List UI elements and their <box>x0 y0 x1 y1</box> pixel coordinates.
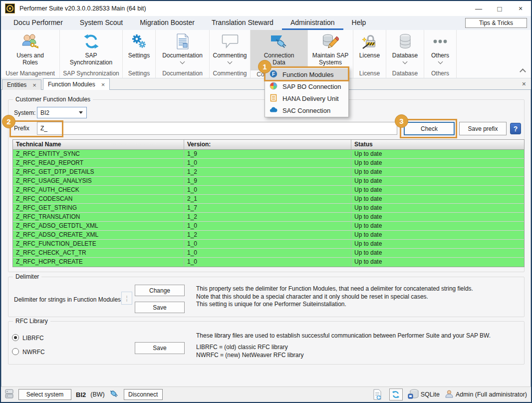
table-row[interactable]: Z_RFC_HCPR_CREATE 1_0 Up to date <box>13 258 524 267</box>
save-prefix-button[interactable]: Save prefix <box>459 122 507 135</box>
table-row[interactable]: Z_RFC_CODESCAN 2_1 Up to date <box>13 195 524 204</box>
refresh-icon[interactable] <box>389 389 403 401</box>
table-row[interactable]: Z_RFC_CHECK_ACT_TR 1_0 Up to date <box>13 249 524 258</box>
ribbon-group-database: Database Database <box>386 30 424 78</box>
sap-synchronization-button[interactable]: SAP Synchronization <box>60 30 122 68</box>
menu-item-function-modules[interactable]: F Function Modules <box>265 68 348 80</box>
ribbon-group-others: Others Others <box>424 30 457 78</box>
menu-bar: Docu Performer System Scout Migration Bo… <box>1 16 531 30</box>
close-document-icon[interactable]: × <box>522 80 526 88</box>
server-icon <box>5 389 14 401</box>
column-header-status[interactable]: Status <box>351 140 524 149</box>
user-icon <box>445 390 454 400</box>
ribbon-group-settings: Settings Settings <box>123 30 156 78</box>
tab-function-modules[interactable]: Function Modules × <box>43 78 110 90</box>
cell-version: 2_1 <box>184 195 351 203</box>
connected-system-name: BI2 <box>76 391 86 399</box>
ellipsis-icon <box>432 32 449 50</box>
svg-text:F: F <box>272 71 275 76</box>
change-delimiter-button[interactable]: Change <box>135 285 185 296</box>
menu-system-scout[interactable]: System Scout <box>71 16 131 30</box>
others-button[interactable]: Others <box>427 30 454 68</box>
librfc-radio[interactable] <box>12 334 19 341</box>
menu-translation-steward[interactable]: Translation Steward <box>203 16 282 30</box>
menu-item-sap-bo-connection[interactable]: SAP BO Connection <box>265 80 348 92</box>
users-and-roles-button[interactable]: Users and Roles <box>10 30 50 68</box>
description-line: LIBRFC = (old) classic RFC library <box>196 344 303 352</box>
annotation-badge-3: 3 <box>395 114 408 128</box>
function-modules-panel: Customer Function Modules System: BI2 Pr… <box>1 90 531 387</box>
menu-item-sac-connection[interactable]: SAC Connection <box>265 104 348 116</box>
menu-administration[interactable]: Administration <box>282 16 343 30</box>
table-row[interactable]: Z_RFC_USAGE_ANALYSIS 1_9 Up to date <box>13 177 524 186</box>
cell-technical-name: Z_RFC_FUNCTION_DELETE <box>13 240 184 248</box>
minimize-button[interactable]: — <box>468 1 489 16</box>
table-row[interactable]: Z_RFC_GET_DTP_DETAILS 1_2 Up to date <box>13 168 524 177</box>
menu-item-label: HANA Delivery Unit <box>282 95 339 102</box>
tips-and-tricks-button[interactable]: Tips & Tricks <box>465 18 527 28</box>
ribbon-collapse-icon[interactable] <box>520 68 526 75</box>
nwrfc-radio[interactable] <box>12 348 19 355</box>
save-delimiter-button[interactable]: Save <box>135 302 185 313</box>
column-header-technical-name[interactable]: Technical Name <box>13 140 184 149</box>
cell-technical-name: Z_RFC_ADSO_CREATE_XML <box>13 231 184 239</box>
cell-status: Up to date <box>351 258 524 267</box>
description-line: These library files are used to establis… <box>196 332 491 340</box>
ribbon-button-label: Users and Roles <box>14 52 46 66</box>
menu-docu-performer[interactable]: Docu Performer <box>5 16 71 30</box>
nwrfc-radio-label[interactable]: NWRFC <box>22 349 45 356</box>
tab-close-icon[interactable]: × <box>32 82 36 88</box>
license-button[interactable]: License <box>355 30 384 68</box>
current-user[interactable]: Admin (Full administrator) <box>445 390 527 400</box>
system-select[interactable]: BI2 <box>37 107 87 118</box>
table-row[interactable]: Z_RFC_TRANSLATION 1_2 Up to date <box>13 213 524 222</box>
cell-status: Up to date <box>351 177 524 185</box>
librfc-radio-label[interactable]: LIBRFC <box>22 335 44 342</box>
delimiter-description: This property sets the delimiter for Fun… <box>196 285 473 309</box>
menu-help[interactable]: Help <box>343 16 375 30</box>
table-row[interactable]: Z_RFC_GET_STRING 1_7 Up to date <box>13 204 524 213</box>
cell-version: 1_0 <box>184 258 351 267</box>
check-button[interactable]: Check <box>404 122 455 135</box>
tab-close-icon[interactable]: × <box>101 81 105 88</box>
menu-item-hana-delivery-unit[interactable]: HANA Delivery Unit <box>265 92 348 104</box>
table-row[interactable]: Z_RFC_FUNCTION_DELETE 1_0 Up to date <box>13 240 524 249</box>
cell-technical-name: Z_RFC_ENTITY_SYNC <box>13 150 184 158</box>
cell-status: Up to date <box>351 231 524 239</box>
document-sync-icon[interactable] <box>371 389 384 401</box>
sac-cloud-icon <box>269 106 277 115</box>
table-row[interactable]: Z_RFC_READ_REPORT 1_0 Up to date <box>13 159 524 168</box>
window-title: Performer Suite v20.3.0.0.28533 Main (64… <box>19 5 146 12</box>
table-row[interactable]: Z_RFC_ADSO_CREATE_XML 1_2 Up to date <box>13 231 524 240</box>
rfc-library-description-detail: LIBRFC = (old) classic RFC library NWRFC… <box>196 344 303 359</box>
app-logo-icon <box>5 3 15 13</box>
help-icon[interactable]: ? <box>510 123 521 134</box>
table-row[interactable]: Z_RFC_ADSO_GETDTL_XML 1_0 Up to date <box>13 222 524 231</box>
database-button[interactable]: Database <box>388 30 422 68</box>
menu-migration-booster[interactable]: Migration Booster <box>131 16 203 30</box>
commenting-button[interactable]: Commenting <box>209 30 251 68</box>
ribbon-group-commenting: Commenting Commenting <box>210 30 251 78</box>
close-button[interactable]: × <box>510 1 531 16</box>
maintain-sap-systems-button[interactable]: Maintain SAP Systems <box>308 30 353 70</box>
prefix-input[interactable] <box>37 122 397 135</box>
delimiter-value-box[interactable]: ¦ <box>121 292 132 305</box>
save-rfc-library-button[interactable]: Save <box>135 342 185 354</box>
cell-technical-name: Z_RFC_USAGE_ANALYSIS <box>13 177 184 185</box>
cell-technical-name: Z_RFC_TRANSLATION <box>13 213 184 221</box>
users-icon <box>21 32 39 50</box>
documentation-button[interactable]: Documentation <box>158 30 207 68</box>
group-title: Customer Function Modules <box>13 96 93 103</box>
description-line: This setting is unique for one Performer… <box>196 301 473 309</box>
select-system-button[interactable]: Select system <box>18 389 71 400</box>
column-header-version[interactable]: Version: <box>184 140 351 149</box>
table-row[interactable]: Z_RFC_AUTH_CHECK 1_0 Up to date <box>13 186 524 195</box>
maximize-button[interactable]: □ <box>489 1 510 16</box>
tab-entities[interactable]: Entities × <box>2 79 41 90</box>
cell-technical-name: Z_RFC_CHECK_ACT_TR <box>13 249 184 257</box>
disconnect-button[interactable]: Disconnect <box>124 389 163 400</box>
database-status[interactable]: SQLite <box>408 389 440 401</box>
settings-button[interactable]: Settings <box>124 30 154 68</box>
cell-status: Up to date <box>351 213 524 221</box>
table-row[interactable]: Z_RFC_ENTITY_SYNC 1_9 Up to date <box>13 150 524 159</box>
